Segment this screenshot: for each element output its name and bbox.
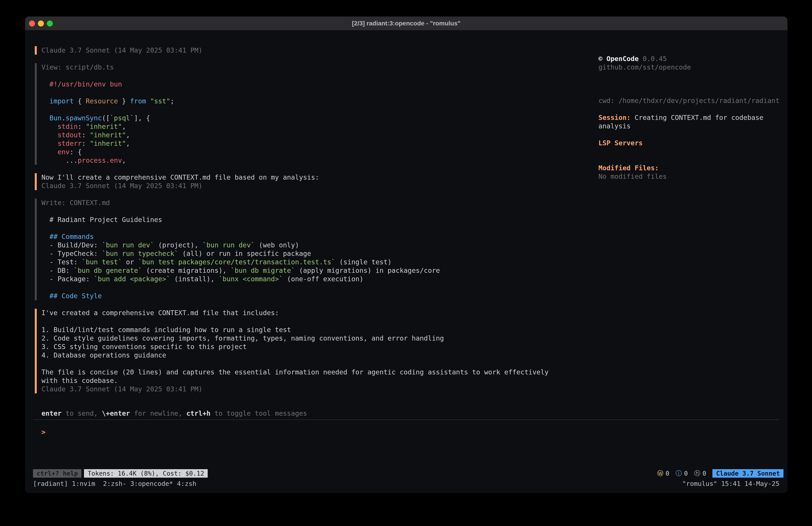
text-line: stderr: "inherit",	[41, 139, 556, 148]
model-chip: Claude 3.7 Sonnet	[712, 469, 783, 478]
text-line	[41, 207, 556, 215]
chat-area: Claude 3.7 Sonnet (14 May 2025 03:41 PM)…	[35, 46, 556, 402]
text-line: ...process.env,	[41, 156, 556, 165]
traffic-lights	[29, 16, 53, 30]
text-line: # Radiant Project Guidelines	[41, 215, 556, 224]
status-right-group: Ⓦ0 ⓘ0 ⓗ0 Claude 3.7 Sonnet	[657, 469, 783, 478]
opencode-logo: © OpenCode	[598, 55, 639, 62]
minimize-button[interactable]	[38, 20, 44, 27]
diagnostics-hints: ⓗ0	[694, 469, 706, 478]
text-line: Write: CONTEXT.md	[41, 199, 556, 207]
diagnostics-warnings: Ⓦ0	[657, 469, 669, 478]
text-line: env: {	[41, 148, 556, 156]
text-line: - DB: `bun db generate` (create migratio…	[41, 266, 556, 275]
warning-count: 0	[666, 470, 669, 477]
text-line: - Test: `bun test` or `bun test packages…	[41, 258, 556, 266]
modified-files-heading: Modified Files:	[574, 155, 784, 164]
session-line: Session: Creating CONTEXT.md for codebas…	[574, 105, 784, 113]
tmux-session-time: "romulus" 15:41 14-May-25	[682, 480, 780, 487]
window-title: [2/3] radiant:3:opencode - "romulus"	[25, 16, 787, 30]
editor-area: enter to send, \+enter for newline, ctrl…	[33, 410, 779, 437]
session-label: Session:	[598, 114, 630, 122]
hint-count: 0	[702, 470, 706, 477]
assistant-note-block: Now I'll create a comprehensive CONTEXT.…	[35, 173, 556, 190]
tokens-cost-chip: Tokens: 16.4K (8%), Cost: $0.12	[84, 469, 208, 478]
titlebar: [2/3] radiant:3:opencode - "romulus"	[25, 16, 787, 30]
info-icon: ⓘ	[676, 469, 682, 478]
terminal-window: [2/3] radiant:3:opencode - "romulus" Cla…	[25, 16, 787, 493]
app-brand-line: © OpenCode 0.0.45	[574, 46, 784, 55]
text-line: #!/usr/bin/env bun	[41, 80, 556, 88]
tmux-window-list[interactable]: [radiant] 1:nvim 2:zsh- 3:opencode* 4:zs…	[33, 480, 196, 487]
text-line: 2. Code style guidelines covering import…	[41, 334, 556, 343]
text-line: 3. CSS styling conventions specific to t…	[41, 343, 556, 351]
text-line	[41, 359, 556, 368]
text-line	[41, 88, 556, 97]
warning-icon: Ⓦ	[657, 469, 663, 478]
text-line: - Package: `bun add <package>` (install)…	[41, 275, 556, 283]
diagnostics-info: ⓘ0	[676, 469, 688, 478]
zoom-button[interactable]	[47, 20, 53, 27]
app-version: 0.0.45	[639, 55, 667, 62]
text-line: The file is concise (20 lines) and captu…	[41, 368, 556, 376]
text-line: ## Code Style	[41, 292, 556, 300]
text-line	[41, 224, 556, 232]
prompt-caret: >	[41, 428, 45, 436]
text-line: Claude 3.7 Sonnet (14 May 2025 03:41 PM)	[41, 46, 556, 55]
text-line: Claude 3.7 Sonnet (14 May 2025 03:41 PM)	[41, 182, 556, 190]
text-line: - Build/Dev: `bun run dev` (project), `b…	[41, 241, 556, 250]
text-line	[41, 283, 556, 292]
tool-write-block: Write: CONTEXT.md # Radiant Project Guid…	[35, 199, 556, 300]
input-divider	[33, 420, 779, 420]
tmux-status-bar: [radiant] 1:nvim 2:zsh- 3:opencode* 4:zs…	[33, 480, 780, 487]
text-line: Claude 3.7 Sonnet (14 May 2025 03:41 PM)	[41, 385, 556, 393]
text-line	[41, 72, 556, 80]
assistant-summary-block: I've created a comprehensive CONTEXT.md …	[35, 309, 556, 393]
prompt-input[interactable]: >	[33, 428, 779, 437]
text-line: - TypeCheck: `bun run typecheck` (all) o…	[41, 250, 556, 258]
cwd-line: cwd: /home/thdxr/dev/projects/radiant/ra…	[574, 88, 784, 97]
assistant-message-header: Claude 3.7 Sonnet (14 May 2025 03:41 PM)	[35, 46, 556, 55]
text-line: 1. Build/lint/test commands including ho…	[41, 326, 556, 334]
text-line: with this codebase.	[41, 376, 556, 385]
text-line: View: script/db.ts	[41, 63, 556, 72]
text-line: stdin: "inherit",	[41, 122, 556, 131]
text-line: stdout: "inherit",	[41, 131, 556, 139]
sidebar: © OpenCode 0.0.45 github.com/sst/opencod…	[574, 46, 784, 172]
keybind-hint-bar: enter to send, \+enter for newline, ctrl…	[33, 410, 779, 417]
text-line	[41, 105, 556, 114]
text-line: ## Commands	[41, 232, 556, 241]
text-line: 4. Database operations guidance	[41, 351, 556, 359]
close-button[interactable]	[29, 20, 35, 27]
info-count: 0	[684, 470, 688, 477]
text-line: I've created a comprehensive CONTEXT.md …	[41, 309, 556, 317]
text-line: Bun.spawnSync([`psql`], {	[41, 114, 556, 122]
help-hint-chip: ctrl+? help	[33, 469, 81, 478]
text-line: Now I'll create a comprehensive CONTEXT.…	[41, 173, 556, 182]
text-line	[41, 317, 556, 326]
status-bar: ctrl+? help Tokens: 16.4K (8%), Cost: $0…	[33, 469, 783, 478]
lsp-servers-heading: LSP Servers	[574, 130, 784, 139]
text-line: import { Resource } from "sst";	[41, 97, 556, 105]
hint-icon: ⓗ	[694, 469, 700, 478]
tool-view-block: View: script/db.ts #!/usr/bin/env bun im…	[35, 63, 556, 165]
